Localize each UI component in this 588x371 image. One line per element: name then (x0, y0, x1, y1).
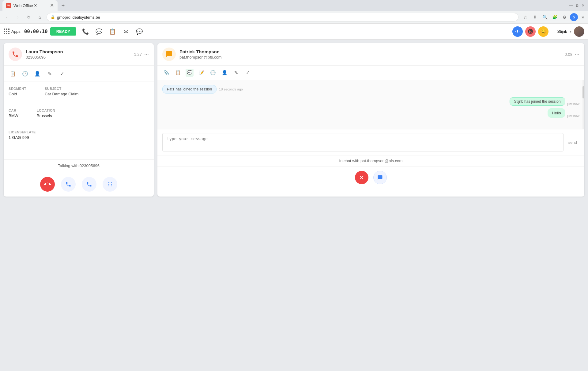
chat-messages: PatT has joined the session 18 seconds a… (157, 80, 584, 129)
chat-card: Patrick Thompson pat.thompson@pfs.com 0:… (157, 43, 584, 197)
attach-icon[interactable]: 📎 (162, 69, 170, 77)
eye-status-button[interactable]: 👁 (512, 26, 523, 37)
user-dropdown-arrow[interactable]: ▾ (570, 29, 571, 34)
clipboard-chat-icon[interactable]: 📋 (174, 69, 182, 77)
chat-contact-name: Patrick Thompson (179, 49, 565, 54)
home-button[interactable]: ⌂ (36, 13, 44, 21)
call-card-body: SEGMENT Gold SUBJECT Car Damage Claim CA… (4, 82, 154, 157)
field-row-3: LICENSEPLATE 1-GAG-999 (9, 130, 149, 146)
tab-favicon: W (6, 3, 11, 8)
field-row-2: CAR BMW LOCATION Brussels (9, 109, 149, 124)
new-tab-button[interactable]: + (59, 1, 67, 10)
browser-profile-avatar[interactable]: S (570, 13, 578, 21)
toolbar-icons: 📞 💬 📋 ✉ 💬 (81, 27, 144, 36)
chat-status-text: In chat with pat.thompson@pfs.com (157, 155, 584, 166)
tab-close-button[interactable]: ✕ (50, 3, 54, 8)
notes-icon[interactable]: 📝 (197, 69, 205, 77)
apps-grid-icon (4, 29, 9, 34)
chat-contact-avatar (162, 48, 176, 61)
transfer-button[interactable] (61, 177, 76, 192)
bookmark-star-icon[interactable]: ☆ (521, 13, 530, 21)
chat-status-button[interactable]: 😊 (538, 26, 548, 37)
end-chat-button[interactable] (355, 171, 368, 184)
chat-message-input[interactable] (162, 133, 564, 151)
chat-bottom-controls (157, 166, 584, 189)
call-action-icons: 📋 🕐 👤 ✎ ✓ (4, 66, 154, 82)
edit-chat-icon[interactable]: ✎ (232, 69, 240, 77)
system-message-patt-joined: PatT has joined the session 18 seconds a… (162, 85, 579, 94)
scrollbar-thumb[interactable] (582, 86, 584, 98)
settings-icon[interactable]: ⚙ (560, 13, 569, 21)
scrollbar-track[interactable] (582, 80, 584, 129)
forward-button[interactable]: › (13, 13, 22, 21)
mail-toolbar-icon[interactable]: ✉ (122, 27, 130, 36)
reload-button[interactable]: ↻ (24, 13, 33, 21)
extensions-icon[interactable]: 🧩 (550, 13, 559, 21)
svg-point-4 (110, 184, 110, 185)
licenseplate-field: LICENSEPLATE 1-GAG-999 (9, 130, 36, 140)
field-row-1: SEGMENT Gold SUBJECT Car Damage Claim (9, 87, 149, 102)
history-chat-icon[interactable]: 🕐 (209, 69, 217, 77)
apps-button[interactable]: Apps (4, 29, 21, 34)
back-button[interactable]: ‹ (2, 13, 11, 21)
svg-point-6 (108, 186, 109, 186)
url-text: gmoprd.idealsystems.be (57, 15, 100, 20)
address-input[interactable]: 🔒 gmoprd.idealsystems.be (47, 13, 518, 21)
sms-toolbar-icon[interactable]: 💬 (135, 27, 144, 36)
segment-field: SEGMENT Gold (9, 87, 26, 96)
history-action-icon[interactable]: 🕐 (21, 69, 29, 78)
contact-action-icon[interactable]: 👤 (33, 69, 42, 78)
location-value: Brussels (37, 113, 55, 118)
info-action-icon[interactable]: 📋 (9, 69, 17, 78)
active-tab[interactable]: W Web Office X ✕ (2, 0, 58, 11)
chat-contact-email: pat.thompson@pfs.com (179, 55, 565, 59)
restore-button[interactable]: ⧉ (575, 3, 579, 8)
hello-bubble-time: just now (567, 114, 579, 118)
car-field: CAR BMW (9, 109, 18, 118)
tab-label: Web Office X (13, 3, 37, 8)
licenseplate-value: 1-GAG-999 (9, 135, 36, 140)
download-icon[interactable]: ⬇ (531, 13, 539, 21)
send-button[interactable]: send (566, 138, 579, 147)
extend-button[interactable]: » (580, 13, 586, 21)
phone-toolbar-icon[interactable]: 📞 (81, 27, 90, 36)
close-button[interactable]: ✕ (581, 3, 586, 8)
location-label: LOCATION (37, 109, 55, 112)
zoom-icon[interactable]: 🔍 (541, 13, 549, 21)
system-message-stijnb-joined: Stijnb has joined the session just now (162, 97, 579, 106)
chat-menu-button[interactable]: ··· (575, 51, 579, 58)
licenseplate-label: LICENSEPLATE (9, 130, 36, 134)
ready-button[interactable]: READY (50, 27, 77, 36)
chat-toolbar-icon[interactable]: 💬 (95, 27, 103, 36)
edit-action-icon[interactable]: ✎ (45, 69, 54, 78)
chat-duration: 0:08 (565, 52, 572, 57)
chat-card-header: Patrick Thompson pat.thompson@pfs.com 0:… (157, 43, 584, 66)
svg-point-7 (110, 186, 110, 186)
svg-point-8 (111, 186, 112, 186)
chat-action-button[interactable] (373, 171, 387, 184)
caller-number: 023005696 (26, 55, 134, 59)
mute-status-button[interactable]: 📵 (525, 26, 536, 37)
check-action-icon[interactable]: ✓ (58, 69, 66, 78)
call-timer: 00:00:10 (24, 29, 48, 34)
hangup-button[interactable] (40, 177, 55, 192)
status-icons: 👁 📵 😊 (512, 26, 548, 37)
user-avatar (574, 26, 584, 37)
window-controls: — ⧉ ✕ (568, 3, 586, 8)
hold-button[interactable] (82, 177, 96, 192)
clipboard-toolbar-icon[interactable]: 📋 (108, 27, 117, 36)
system-message-time: 18 seconds ago (219, 87, 243, 91)
stijnb-join-time: just now (567, 102, 579, 106)
browser-actions: ☆ ⬇ 🔍 🧩 ⚙ S (521, 13, 578, 21)
phone-call-card: Laura Thompson 023005696 1:27 ··· 📋 🕐 👤 … (4, 43, 154, 197)
chat-toolbar: 📎 📋 💬 📝 🕐 👤 ✎ ✓ (157, 66, 584, 80)
talking-status: Talking with 023005696 (4, 159, 154, 172)
check-chat-icon[interactable]: ✓ (244, 69, 252, 77)
contact-chat-icon[interactable]: 👤 (221, 69, 228, 77)
user-name: Stijnb (557, 29, 567, 34)
call-menu-button[interactable]: ··· (144, 51, 149, 58)
stijnb-join-text: Stijnb has joined the session (510, 97, 565, 106)
minimize-button[interactable]: — (568, 3, 573, 8)
chat-bubble-icon[interactable]: 💬 (186, 69, 194, 77)
keypad-button[interactable] (103, 177, 117, 192)
